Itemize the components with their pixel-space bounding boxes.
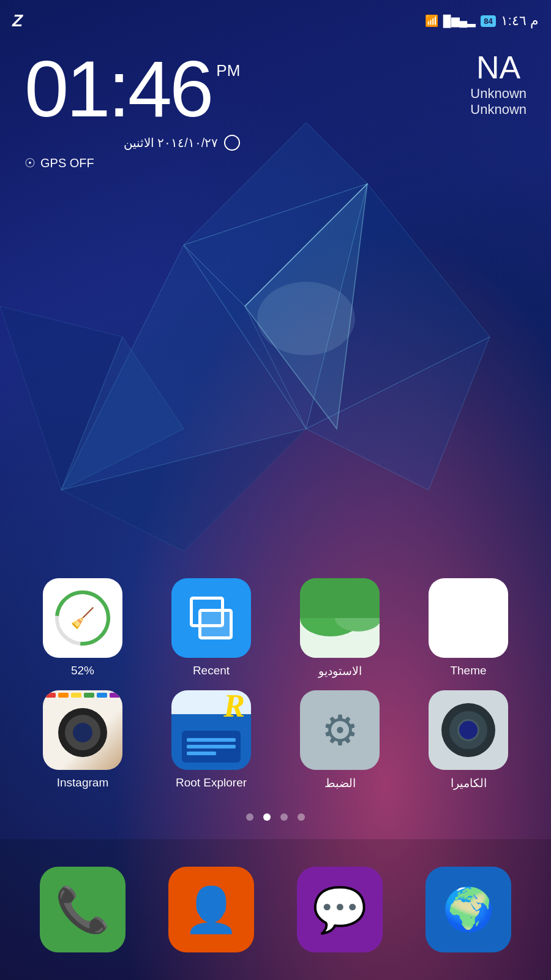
camera-lens-inner bbox=[457, 719, 479, 741]
gps-row: ☉ GPS OFF bbox=[24, 156, 240, 170]
svg-rect-16 bbox=[300, 578, 380, 618]
battery-badge: 84 bbox=[481, 15, 495, 27]
app-item-theme[interactable]: Theme bbox=[404, 578, 533, 678]
instagram-lens-outer bbox=[65, 715, 100, 750]
wifi-icon: 📶 bbox=[425, 14, 438, 28]
page-dot-3[interactable] bbox=[298, 813, 305, 821]
network-type: Unknown bbox=[470, 102, 527, 118]
drawer-bar-1 bbox=[187, 738, 236, 742]
broom-icon: 🧹 bbox=[70, 606, 95, 630]
app-icon-settings: ⚙ bbox=[300, 690, 380, 770]
app-item-recent[interactable]: Recent bbox=[147, 578, 276, 678]
drawer-bar-2 bbox=[187, 745, 236, 748]
page-dot-0[interactable] bbox=[246, 813, 253, 821]
app-label-settings: الضبط bbox=[324, 776, 356, 790]
network-operator: Unknown bbox=[470, 86, 527, 102]
dock-item-phone[interactable]: 📞 bbox=[40, 867, 126, 952]
theme-feather-overlay bbox=[429, 578, 508, 658]
network-info: NA Unknown Unknown bbox=[470, 49, 527, 118]
dock-icon-messages: 💬 bbox=[297, 867, 383, 952]
dock-icon-phone: 📞 bbox=[40, 867, 126, 952]
studio-inner bbox=[300, 578, 380, 658]
app-icon-cleaner: 🧹 bbox=[43, 578, 122, 658]
gps-text: GPS OFF bbox=[40, 156, 94, 170]
date-row: ٢٠١٤/١٠/٢٧ الاثنين bbox=[24, 135, 240, 151]
root-drawer bbox=[182, 731, 241, 763]
app-item-studio[interactable]: الاستوديو bbox=[276, 578, 404, 678]
app-label-theme: Theme bbox=[450, 664, 486, 677]
app-label-instagram: Instagram bbox=[57, 776, 108, 790]
page-dot-1[interactable] bbox=[263, 813, 271, 821]
app-item-settings[interactable]: ⚙ الضبط bbox=[276, 690, 404, 790]
app-label-camera: الكاميرا bbox=[451, 776, 487, 790]
dock: 📞 👤 💬 🌍 bbox=[0, 839, 551, 980]
app-icon-theme bbox=[429, 578, 508, 658]
chat-icon: 💬 bbox=[312, 884, 367, 936]
gear-icon: ⚙ bbox=[321, 706, 359, 755]
dock-item-browser[interactable]: 🌍 bbox=[425, 867, 511, 952]
dock-item-messages[interactable]: 💬 bbox=[297, 867, 383, 952]
window-front bbox=[198, 609, 233, 639]
globe-icon: 🌍 bbox=[443, 885, 495, 934]
app-label-studio: الاستوديو bbox=[318, 664, 362, 678]
gps-icon: ☉ bbox=[24, 156, 36, 170]
camera-lens-middle bbox=[449, 711, 487, 749]
app-icon-camera bbox=[429, 690, 508, 770]
person-icon: 👤 bbox=[184, 884, 239, 936]
brand-logo: Z bbox=[12, 11, 23, 31]
dock-icon-contacts: 👤 bbox=[168, 867, 254, 952]
app-icon-root: R bbox=[171, 690, 251, 770]
status-right: م ١:٤٦ 84 ▂▄▆█ 📶 bbox=[425, 13, 539, 29]
cleaner-ring: 🧹 bbox=[55, 590, 110, 646]
landscape-icon bbox=[300, 578, 380, 658]
status-time: م ١:٤٦ bbox=[501, 13, 539, 29]
app-icon-studio bbox=[300, 578, 380, 658]
phone-icon: 📞 bbox=[55, 884, 110, 936]
signal-icon: ▂▄▆█ bbox=[443, 14, 476, 28]
clock-period: PM bbox=[216, 61, 240, 80]
dock-icon-browser: 🌍 bbox=[425, 867, 511, 952]
app-grid: 🧹 52% Recent bbox=[0, 578, 551, 790]
page-dots bbox=[246, 813, 305, 821]
recent-windows-icon bbox=[190, 597, 233, 639]
clock-area: 01:46 PM ٢٠١٤/١٠/٢٧ الاثنين ☉ GPS OFF bbox=[24, 49, 240, 170]
app-item-cleaner[interactable]: 🧹 52% bbox=[18, 578, 147, 678]
calendar-icon bbox=[224, 135, 240, 151]
clock-digits: 01:46 bbox=[24, 49, 211, 129]
drawer-bar-3 bbox=[187, 752, 216, 755]
root-r-letter: R bbox=[223, 690, 245, 724]
clock-main: 01:46 PM bbox=[24, 49, 240, 129]
date-text: ٢٠١٤/١٠/٢٧ الاثنين bbox=[124, 135, 219, 150]
instagram-colorbar bbox=[43, 690, 122, 707]
camera-lens-outer bbox=[441, 703, 495, 757]
app-label-root: Root Explorer bbox=[176, 776, 247, 790]
instagram-lens-inner bbox=[73, 723, 92, 742]
app-label-recent: Recent bbox=[193, 664, 230, 677]
instagram-camera bbox=[58, 708, 107, 757]
app-icon-instagram bbox=[43, 690, 122, 770]
app-item-root[interactable]: R Root Explorer bbox=[147, 690, 276, 790]
app-item-instagram[interactable]: Instagram bbox=[18, 690, 147, 790]
network-name: NA bbox=[470, 49, 527, 86]
app-item-camera[interactable]: الكاميرا bbox=[404, 690, 533, 790]
status-bar: Z م ١:٤٦ 84 ▂▄▆█ 📶 bbox=[0, 0, 551, 37]
dock-item-contacts[interactable]: 👤 bbox=[168, 867, 254, 952]
page-dot-2[interactable] bbox=[280, 813, 288, 821]
app-icon-recent bbox=[171, 578, 251, 658]
status-left: Z bbox=[12, 11, 23, 31]
app-label-cleaner: 52% bbox=[71, 664, 94, 677]
